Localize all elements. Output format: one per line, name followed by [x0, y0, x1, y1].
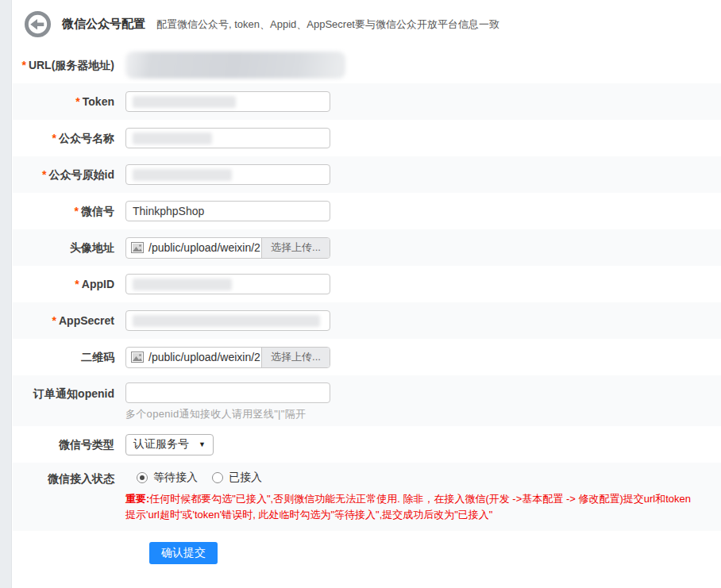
page-left-gutter [0, 0, 12, 588]
form-row-avatar-url: 头像地址 /public/upload/weixin/2 选择上传... [13, 229, 721, 266]
avatar-url-label-text: 头像地址 [70, 241, 114, 254]
original-id-input[interactable] [125, 164, 330, 185]
submit-button[interactable]: 确认提交 [149, 542, 218, 564]
back-icon[interactable] [24, 10, 52, 38]
required-star: * [21, 59, 25, 71]
form-row-qrcode: 二维码 /public/upload/weixin/2 选择上传... [13, 339, 721, 375]
radio-waiting-label: 等待接入 [153, 471, 198, 485]
appid-input[interactable] [125, 274, 330, 294]
qrcode-path-input[interactable]: /public/upload/weixin/2 [126, 348, 261, 367]
account-type-label: 微信号类型 [13, 437, 114, 452]
form-row-account-type: 微信号类型 认证服务号 ▼ [13, 426, 721, 463]
form-row-token: *Token [13, 83, 721, 120]
form-row-order-openid: 订单通知openid 多个openid通知接收人请用竖线"|"隔开 [13, 375, 721, 426]
account-name-input[interactable] [125, 128, 330, 148]
original-id-label-text: 公众号原始id [49, 168, 114, 181]
order-openid-label-text: 订单通知openid [33, 387, 114, 400]
order-openid-hint: 多个openid通知接收人请用竖线"|"隔开 [125, 407, 330, 421]
qrcode-upload-group: /public/upload/weixin/2 选择上传... [125, 347, 330, 368]
required-star: * [42, 168, 46, 181]
redacted-value [133, 315, 320, 327]
page-title: 微信公众号配置 [62, 17, 145, 32]
token-label: *Token [13, 94, 114, 109]
form-row-wechat-id: *微信号 [13, 193, 721, 229]
appsecret-label: *AppSecret [13, 313, 114, 328]
qrcode-upload-button[interactable]: 选择上传... [261, 348, 330, 367]
wechat-id-input[interactable] [125, 201, 330, 221]
qrcode-label-text: 二维码 [81, 351, 114, 363]
page-subtitle: 配置微信公众号, token、Appid、AppSecret要与微信公众开放平台… [156, 17, 499, 32]
account-type-selected-value: 认证服务号 [133, 437, 189, 452]
connect-status-radio-group: 等待接入 已接入 [125, 469, 691, 486]
form-row-connect-status: 微信接入状态 等待接入 已接入 重要:任何时候都要勾选"已接入",否则微信功能无… [13, 463, 721, 531]
redacted-value [133, 133, 212, 144]
form-row-appsecret: *AppSecret [13, 302, 721, 339]
account-name-label: *公众号名称 [13, 131, 114, 145]
chevron-down-icon: ▼ [199, 440, 206, 448]
account-name-label-text: 公众号名称 [59, 132, 114, 144]
radio-checked-icon [137, 472, 148, 483]
token-label-text: Token [83, 95, 114, 108]
connect-status-warning: 重要:任何时候都要勾选"已接入",否则微信功能无法正常使用. 除非，在接入微信(… [125, 491, 691, 523]
warning-line-2: 提示'url超时'或'token'错误时, 此处临时勾选为"等待接入",提交成功… [125, 507, 691, 523]
appid-label-text: AppID [82, 278, 114, 290]
url-redacted-value [125, 52, 345, 79]
order-openid-input[interactable] [125, 382, 330, 403]
wechat-id-label-text: 微信号 [81, 205, 114, 217]
required-star: * [75, 278, 79, 290]
redacted-value [133, 169, 232, 181]
appsecret-input[interactable] [125, 310, 330, 331]
form-row-account-name: *公众号名称 [13, 120, 721, 156]
appid-label: *AppID [13, 277, 114, 291]
radio-connected-label: 已接入 [229, 471, 262, 485]
radio-unchecked-icon [212, 472, 223, 483]
radio-connected[interactable]: 已接入 [212, 471, 262, 485]
qrcode-path-text: /public/upload/weixin/2 [148, 351, 260, 363]
token-input[interactable] [125, 91, 330, 112]
page-header: 微信公众号配置 配置微信公众号, token、Appid、AppSecret要与… [13, 0, 721, 47]
form-row-url: *URL(服务器地址) [13, 47, 721, 83]
avatar-path-text: /public/upload/weixin/2 [148, 241, 260, 254]
picture-icon [131, 242, 144, 253]
redacted-value [133, 279, 232, 290]
picture-icon [131, 352, 144, 363]
avatar-upload-button[interactable]: 选择上传... [261, 238, 330, 258]
url-label: *URL(服务器地址) [13, 58, 114, 72]
qrcode-label: 二维码 [13, 350, 114, 364]
required-star: * [75, 95, 79, 108]
avatar-url-label: 头像地址 [13, 240, 114, 255]
required-star: * [52, 314, 56, 327]
wechat-config-page: 微信公众号配置 配置微信公众号, token、Appid、AppSecret要与… [13, 0, 721, 575]
order-openid-label: 订单通知openid [13, 386, 114, 401]
radio-waiting[interactable]: 等待接入 [137, 471, 198, 485]
submit-row: 确认提交 [13, 531, 721, 575]
required-star: * [52, 132, 56, 144]
connect-status-label: 微信接入状态 [13, 471, 114, 486]
account-type-select[interactable]: 认证服务号 ▼ [125, 434, 214, 455]
account-type-label-text: 微信号类型 [59, 438, 114, 451]
form-row-appid: *AppID [13, 266, 721, 302]
warning-line-1: 重要:任何时候都要勾选"已接入",否则微信功能无法正常使用. 除非，在接入微信(… [125, 491, 691, 507]
wechat-id-label: *微信号 [13, 204, 114, 218]
connect-status-label-text: 微信接入状态 [48, 472, 114, 485]
required-star: * [75, 205, 79, 217]
warning-prefix: 重要: [125, 493, 149, 505]
url-label-text: URL(服务器地址) [29, 59, 114, 71]
redacted-value [133, 96, 236, 108]
appsecret-label-text: AppSecret [59, 314, 114, 327]
avatar-path-input[interactable]: /public/upload/weixin/2 [126, 238, 261, 258]
original-id-label: *公众号原始id [13, 167, 114, 182]
avatar-upload-group: /public/upload/weixin/2 选择上传... [125, 237, 330, 259]
form-row-original-id: *公众号原始id [13, 156, 721, 193]
